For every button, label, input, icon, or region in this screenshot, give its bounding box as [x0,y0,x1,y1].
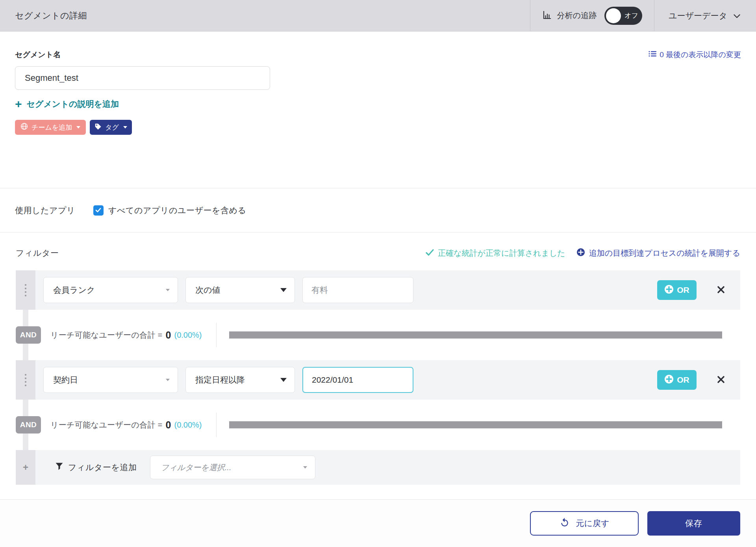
select-filter-dropdown[interactable]: フィルターを選択... [150,456,315,479]
drag-dots-icon [25,374,26,386]
toggle-knob [606,8,621,23]
reachable-users-stats: リーチ可能なユーザーの合計 = 0 (0.00%) [50,419,202,431]
reach-label: リーチ可能なユーザーの合計 = [50,420,163,430]
add-or-condition-button[interactable]: OR [657,370,697,390]
footer: 元に戻す 保存 [0,500,756,547]
chevron-down-icon [734,11,740,20]
add-filter-link[interactable]: フィルターを追加 [55,462,137,473]
remove-filter-button[interactable] [717,285,725,295]
include-all-apps-label: すべてのアプリのユーザーを含める [108,205,246,216]
reach-progress-bar [229,331,723,339]
reach-label: リーチ可能なユーザーの合計 = [50,330,163,340]
drag-handle[interactable] [16,360,35,400]
reach-progress-bar [229,421,723,428]
filter-field-dropdown[interactable]: 契約日 [43,367,178,393]
toggle-state-label: オフ [624,11,638,20]
add-description-label: セグメントの説明を追加 [27,99,119,110]
undo-button[interactable]: 元に戻す [530,511,639,536]
segment-name-input[interactable] [15,66,270,90]
add-description-link[interactable]: + セグメントの説明を追加 [15,99,119,110]
bar-chart-icon [542,10,552,21]
user-data-menu[interactable]: ユーザーデータ [654,0,756,31]
segment-name-label: セグメント名 [15,50,61,60]
changes-link-text: 0 最後の表示以降の変更 [660,50,741,60]
or-label: OR [677,285,689,295]
filter-row: 会員ランク 次の値 OR [16,270,740,310]
stats-status-message: 正確な統計が正常に計算されました [426,248,565,259]
caret-down-icon [76,126,80,128]
stats-divider [216,413,217,437]
filter-field-value: 契約日 [53,374,78,385]
add-row-plus-icon[interactable]: + [16,450,35,485]
reach-percent: (0.00%) [174,331,202,340]
undo-icon [560,517,570,530]
caret-down-icon [280,378,287,382]
circle-plus-icon [664,374,674,386]
filter-operator-value: 次の値 [195,285,220,296]
page-title: セグメントの詳細 [0,10,87,22]
analytics-tracking-group: 分析の追跡 オフ [530,0,654,31]
analytics-toggle[interactable]: オフ [604,7,642,25]
undo-label: 元に戻す [576,518,610,529]
used-apps-label: 使用したアプリ [15,205,75,216]
filter-value-input[interactable] [302,277,413,303]
filters-title: フィルター [16,247,59,259]
filter-operator-value: 指定日程以降 [195,374,245,385]
analytics-tracking-label: 分析の追跡 [557,10,597,21]
drag-dots-icon [25,284,26,296]
filter-row: 契約日 指定日程以降 OR [16,360,740,400]
remove-filter-button[interactable] [717,375,725,385]
and-badge: AND [16,326,41,344]
caret-down-icon [166,289,170,291]
stats-status-text: 正確な統計が正常に計算されました [438,248,565,259]
header-actions: 分析の追跡 オフ ユーザーデータ [530,0,756,31]
header: セグメントの詳細 分析の追跡 オフ ユーザーデータ [0,0,756,32]
caret-down-icon [123,126,127,128]
drag-handle[interactable] [16,270,35,310]
plus-icon: + [15,100,22,108]
and-connector-row: AND リーチ可能なユーザーの合計 = 0 (0.00%) [16,310,740,360]
filter-field-value: 会員ランク [53,285,95,296]
add-filter-label: フィルターを追加 [68,462,137,473]
reach-value: 0 [166,329,171,341]
add-team-button[interactable]: チームを追加 [15,120,86,135]
check-icon [426,249,434,258]
tag-icon [94,123,102,132]
reachable-users-stats: リーチ可能なユーザーの合計 = 0 (0.00%) [50,329,202,341]
segment-detail-page: セグメントの詳細 分析の追跡 オフ ユーザーデータ [0,0,756,547]
filter-operator-dropdown[interactable]: 次の値 [185,277,295,303]
caret-down-icon [303,466,307,469]
reach-value: 0 [166,419,171,431]
add-team-label: チームを追加 [32,123,72,132]
expand-funnel-stats-link[interactable]: 追加の目標到達プロセスの統計を展開する [576,248,740,259]
changes-since-last-view-link[interactable]: 0 最後の表示以降の変更 [649,50,741,60]
tag-label: タグ [105,123,119,132]
select-filter-placeholder: フィルターを選択... [161,462,231,473]
reach-percent: (0.00%) [174,420,202,430]
used-apps-section: 使用したアプリ すべてのアプリのユーザーを含める [0,188,756,233]
filter-date-input[interactable] [302,367,413,393]
circle-plus-icon [664,285,674,296]
list-icon [649,50,656,59]
circle-plus-icon [576,248,585,259]
segment-name-section: セグメント名 0 最後の表示以降の変更 + セグメントの説明を追加 チームを追加 [0,32,756,188]
stats-divider [216,323,217,347]
tag-button[interactable]: タグ [90,120,132,135]
filter-field-dropdown[interactable]: 会員ランク [43,277,178,303]
and-badge: AND [16,416,41,434]
filters-section: フィルター 正確な統計が正常に計算されました 追加の目標到達プロセスの統計を展開… [0,233,756,500]
save-button[interactable]: 保存 [647,511,740,536]
include-all-apps-checkbox-row[interactable]: すべてのアプリのユーザーを含める [93,205,246,216]
checkbox-checked-icon[interactable] [93,205,104,216]
and-connector-row: AND リーチ可能なユーザーの合計 = 0 (0.00%) [16,400,740,450]
close-icon [717,285,725,295]
user-data-label: ユーザーデータ [669,10,727,21]
expand-funnel-stats-text: 追加の目標到達プロセスの統計を展開する [589,248,740,259]
close-icon [717,375,725,385]
add-or-condition-button[interactable]: OR [657,280,697,300]
caret-down-icon [166,379,170,381]
globe-icon [20,123,28,132]
or-label: OR [677,375,689,385]
filter-operator-dropdown[interactable]: 指定日程以降 [185,367,295,393]
caret-down-icon [280,288,287,292]
